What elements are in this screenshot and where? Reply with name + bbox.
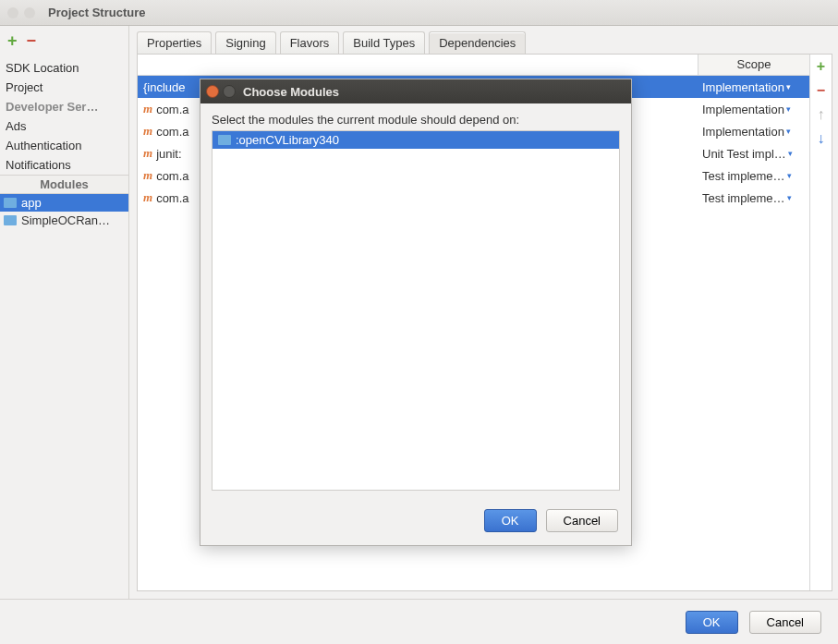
folder-icon — [218, 135, 231, 145]
remove-dependency-icon[interactable]: − — [817, 82, 825, 99]
chooser-module-list[interactable]: :openCVLibrary340 — [212, 130, 620, 491]
maven-icon: m — [143, 190, 152, 205]
chooser-minimize-icon[interactable] — [223, 85, 236, 98]
dep-scope[interactable]: Test impleme… — [702, 191, 785, 205]
chooser-cancel-button[interactable]: Cancel — [546, 509, 618, 532]
sidebar-toolbar: + − — [0, 26, 128, 58]
dep-label: com.a — [156, 169, 188, 183]
sidebar-item-developer-services[interactable]: Developer Ser… — [0, 97, 128, 116]
tab-build-types[interactable]: Build Types — [343, 31, 425, 54]
chooser-module-label: :openCVLibrary340 — [236, 133, 339, 147]
chooser-close-icon[interactable] — [206, 85, 219, 98]
window-close-icon[interactable] — [7, 7, 18, 18]
sidebar-remove-icon[interactable]: − — [27, 31, 37, 51]
dep-label: com.a — [156, 125, 188, 139]
sidebar-module-label: SimpleOCRan… — [21, 213, 110, 227]
chooser-instruction: Select the modules the current module sh… — [212, 113, 620, 127]
choose-modules-dialog: Choose Modules Select the modules the cu… — [200, 79, 632, 546]
sidebar-add-icon[interactable]: + — [7, 31, 18, 51]
maven-icon: m — [143, 124, 152, 139]
sidebar-item-project[interactable]: Project — [0, 78, 128, 97]
sidebar-item-notifications[interactable]: Notifications — [0, 155, 128, 175]
chevron-down-icon[interactable]: ▾ — [786, 104, 791, 114]
dep-label: {include — [143, 80, 186, 94]
main-footer: OK Cancel — [0, 599, 838, 644]
chevron-down-icon[interactable]: ▾ — [786, 127, 791, 136]
chooser-title-bar[interactable]: Choose Modules — [200, 79, 631, 103]
dep-label: junit: — [156, 147, 181, 161]
sidebar-module-app[interactable]: app — [0, 194, 128, 212]
dep-scope[interactable]: Implementation — [702, 103, 784, 116]
move-down-icon[interactable]: ↓ — [818, 130, 825, 147]
chevron-down-icon[interactable]: ▾ — [787, 171, 792, 180]
maven-icon: m — [143, 102, 152, 116]
tab-bar: Properties Signing Flavors Build Types D… — [137, 30, 832, 54]
tab-signing[interactable]: Signing — [215, 31, 275, 54]
main-ok-button[interactable]: OK — [686, 611, 738, 634]
chooser-module-item[interactable]: :openCVLibrary340 — [213, 131, 619, 149]
sidebar-modules-header: Modules — [0, 175, 128, 194]
dep-label: com.a — [156, 103, 188, 116]
add-dependency-icon[interactable]: + — [817, 58, 825, 75]
chevron-down-icon[interactable]: ▾ — [786, 82, 791, 91]
sidebar-module-label: app — [21, 196, 42, 210]
chevron-down-icon[interactable]: ▾ — [788, 149, 793, 158]
chevron-down-icon[interactable]: ▾ — [787, 193, 792, 202]
folder-icon — [4, 198, 17, 208]
dep-scope[interactable]: Implementation — [702, 125, 784, 139]
window-title: Project Structure — [48, 6, 145, 19]
sidebar-item-authentication[interactable]: Authentication — [0, 136, 128, 155]
dep-label: com.a — [156, 191, 188, 205]
chooser-title: Choose Modules — [243, 85, 339, 99]
tab-properties[interactable]: Properties — [137, 31, 212, 54]
dep-scope[interactable]: Test impleme… — [702, 169, 785, 183]
tab-dependencies[interactable]: Dependencies — [429, 31, 526, 54]
maven-icon: m — [143, 168, 152, 183]
sidebar-item-ads[interactable]: Ads — [0, 116, 128, 136]
window-title-bar: Project Structure — [0, 0, 838, 26]
dep-toolbar: + − ↑ ↓ — [809, 55, 832, 590]
scope-column-header: Scope — [698, 55, 809, 75]
sidebar-list: SDK Location Project Developer Ser… Ads … — [0, 58, 128, 599]
tab-flavors[interactable]: Flavors — [280, 31, 340, 54]
dep-table-header: Scope — [138, 55, 809, 76]
sidebar-module-simpleocr[interactable]: SimpleOCRan… — [0, 212, 128, 229]
main-cancel-button[interactable]: Cancel — [749, 611, 821, 634]
move-up-icon[interactable]: ↑ — [818, 106, 825, 123]
dep-scope[interactable]: Unit Test impl… — [702, 147, 786, 161]
chooser-ok-button[interactable]: OK — [484, 509, 537, 532]
window-minimize-icon[interactable] — [24, 7, 35, 18]
folder-icon — [4, 215, 17, 225]
maven-icon: m — [143, 146, 152, 161]
sidebar-item-sdk-location[interactable]: SDK Location — [0, 58, 128, 78]
dep-scope[interactable]: Implementation — [702, 80, 784, 94]
sidebar: + − SDK Location Project Developer Ser… … — [0, 26, 129, 599]
